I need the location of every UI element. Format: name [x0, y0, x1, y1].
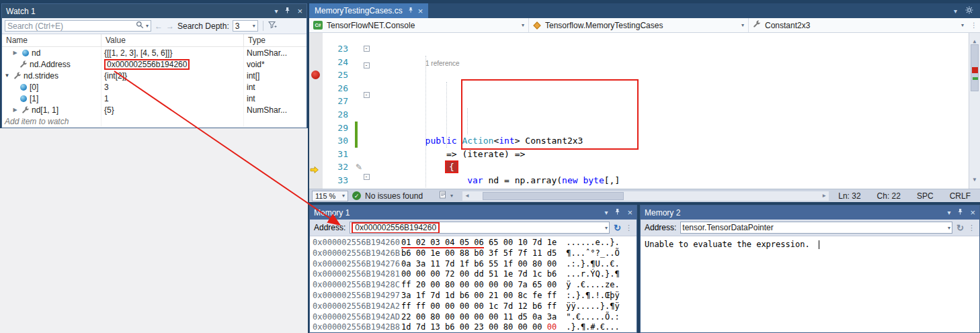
close-icon[interactable]: × — [297, 8, 302, 15]
document-health-icon[interactable] — [439, 191, 446, 201]
breakpoint-gutter[interactable] — [309, 33, 323, 189]
search-input[interactable]: Search (Ctrl+E) ▾ — [5, 20, 151, 32]
watch-row[interactable]: nd.Address0x000002556b194260void* — [2, 58, 307, 70]
search-depth-select[interactable]: 3 ▾ — [233, 20, 258, 32]
window-position-menu-icon[interactable]: ▾ — [947, 209, 950, 216]
refresh-icon[interactable]: ↻ — [956, 223, 964, 233]
watch-name-cell[interactable]: [0] — [2, 81, 101, 93]
zoom-select[interactable]: 115 % ▾ — [312, 191, 348, 201]
watch-row[interactable]: [1]1int — [2, 93, 307, 104]
pin-icon[interactable] — [614, 208, 621, 217]
code-line[interactable]: { — [374, 187, 969, 189]
status-spaces[interactable]: SPC — [917, 191, 934, 201]
watch-name-cell[interactable]: [1] — [2, 93, 101, 104]
scroll-down-icon[interactable]: ▼ — [969, 173, 980, 187]
gutter-cell[interactable] — [309, 136, 323, 150]
navbar-overflow-icon[interactable]: ⋮ — [968, 18, 980, 32]
search-icon[interactable] — [136, 21, 144, 31]
watch-name-cell[interactable]: ▶nd[1, 1] — [2, 104, 101, 115]
document-tab[interactable]: MemoryTestingCases.cs × — [309, 3, 428, 18]
window-position-menu-icon[interactable]: ▾ — [604, 209, 608, 216]
column-header-type[interactable]: Type — [244, 34, 307, 46]
expander-collapsed-icon[interactable]: ▶ — [11, 107, 19, 113]
gutter-cell[interactable] — [309, 70, 323, 84]
chevron-down-icon[interactable]: ▾ — [948, 225, 950, 231]
memory2-message-area[interactable]: Unable to evaluate the expression. — [641, 236, 979, 332]
code-lines[interactable]: 1 reference public Action<int> Constant2… — [374, 33, 969, 189]
memory1-address-input[interactable]: 0x000002556B194260 ▾ — [350, 222, 610, 234]
memory2-titlebar[interactable]: Memory 2 ▾ × — [641, 205, 979, 220]
watch-value-cell[interactable]: 0x000002556b194260 — [101, 58, 244, 70]
watch-name-cell[interactable]: nd.Address — [2, 58, 101, 70]
memory1-titlebar[interactable]: Memory 1 ▾ × — [310, 205, 637, 220]
expander-collapsed-icon[interactable]: ▶ — [11, 50, 19, 56]
watch-titlebar[interactable]: Watch 1 ▾ × — [2, 4, 307, 18]
watch-value-cell[interactable]: {[[1, 2, 3], [4, 5, 6]]} — [101, 47, 244, 58]
gutter-cell[interactable] — [309, 56, 323, 69]
pin-icon[interactable] — [284, 7, 291, 15]
watch-row[interactable]: ▶nd[1, 1]{5}NumShar... — [2, 104, 307, 115]
watch-name-cell[interactable]: ▼nd.strides — [2, 70, 101, 81]
search-options-chevron-icon[interactable]: ▾ — [146, 23, 149, 29]
gutter-cell[interactable] — [309, 97, 323, 110]
editor-vertical-scrollbar[interactable]: ▲ ▼ — [969, 33, 980, 189]
watch-value-cell[interactable] — [101, 115, 244, 127]
type-dropdown[interactable]: Tensorflow.MemoryTestingCases ▾ — [529, 18, 749, 32]
issues-label[interactable]: No issues found — [365, 191, 423, 201]
tab-list-chevron-icon[interactable]: ▾ — [954, 7, 957, 15]
editor-options-gear-icon[interactable] — [965, 5, 973, 17]
search-next-icon[interactable]: → — [166, 21, 174, 31]
gutter-cell[interactable] — [309, 110, 323, 124]
refresh-icon[interactable]: ↻ — [614, 223, 621, 233]
scroll-right-icon[interactable]: ► — [819, 193, 829, 199]
watch-row[interactable]: Add item to watch — [2, 115, 307, 127]
window-position-menu-icon[interactable]: ▾ — [274, 8, 278, 15]
code-line[interactable]: { — [374, 160, 969, 174]
memory2-address-input[interactable]: tensor.TensorDataPointer ▾ — [680, 222, 952, 234]
gutter-cell[interactable] — [309, 84, 323, 97]
watch-name-cell[interactable]: ▶nd — [2, 47, 101, 58]
watch-value-cell[interactable]: {int[2]} — [101, 70, 244, 81]
code-line[interactable]: var nd = np.array(new byte[,] — [374, 174, 969, 187]
status-line-endings[interactable]: CRLF — [950, 191, 971, 201]
code-line[interactable]: public Action<int> Constant2x3 — [374, 134, 969, 148]
chevron-down-icon[interactable]: ▾ — [605, 225, 608, 231]
gutter-cell[interactable] — [309, 164, 323, 178]
close-icon[interactable]: × — [970, 209, 975, 216]
toolbar-overflow-icon[interactable]: ⋮ — [625, 224, 632, 232]
fold-collapse-icon[interactable]: - — [364, 174, 370, 180]
watch-value-cell[interactable]: {5} — [101, 104, 244, 115]
pin-icon[interactable] — [956, 208, 964, 217]
watch-value-cell[interactable]: 3 — [101, 81, 244, 93]
toolbar-overflow-icon[interactable]: ⋮ — [968, 224, 975, 232]
fold-collapse-icon[interactable]: - — [364, 62, 370, 68]
member-dropdown[interactable]: Constant2x3 ▾ — [749, 18, 968, 32]
fold-collapse-icon[interactable]: - — [364, 92, 370, 98]
close-icon[interactable]: × — [627, 209, 632, 216]
gutter-cell[interactable] — [309, 124, 323, 137]
watch-value-cell[interactable]: 1 — [101, 93, 244, 104]
gutter-cell[interactable] — [309, 150, 323, 163]
breakpoint-icon[interactable] — [311, 70, 320, 79]
editor-horizontal-scrollbar[interactable]: ◄ ► — [462, 191, 829, 201]
filter-icon[interactable] — [268, 21, 277, 31]
expander-expanded-icon[interactable]: ▼ — [3, 73, 11, 79]
codelens-references[interactable]: 1 reference — [374, 59, 969, 68]
tab-close-icon[interactable]: × — [418, 6, 423, 16]
column-header-value[interactable]: Value — [101, 34, 244, 46]
search-prev-icon[interactable]: ← — [155, 21, 163, 31]
code-line[interactable]: => (iterate) => — [374, 148, 969, 161]
fold-collapse-icon[interactable]: - — [364, 46, 370, 52]
gutter-cell[interactable] — [309, 42, 323, 56]
project-dropdown[interactable]: C# TensorFlowNET.Console ▾ — [309, 18, 529, 32]
watch-name-cell[interactable]: Add item to watch — [2, 115, 101, 127]
gutter-cell[interactable] — [309, 178, 323, 189]
memory1-rows[interactable]: 0x000002556B19426001 02 03 04 05 06 65 0… — [310, 236, 637, 332]
health-chevron-icon[interactable]: ▾ — [450, 193, 453, 199]
scrollbar-thumb[interactable] — [483, 192, 624, 200]
watch-row[interactable]: [0]3int — [2, 81, 307, 93]
tab-pin-icon[interactable] — [407, 6, 414, 15]
watch-row[interactable]: ▶nd{[[1, 2, 3], [4, 5, 6]]}NumShar... — [2, 47, 307, 58]
watch-row[interactable]: ▼nd.strides{int[2]}int[] — [2, 70, 307, 81]
column-header-name[interactable]: Name — [2, 34, 101, 46]
